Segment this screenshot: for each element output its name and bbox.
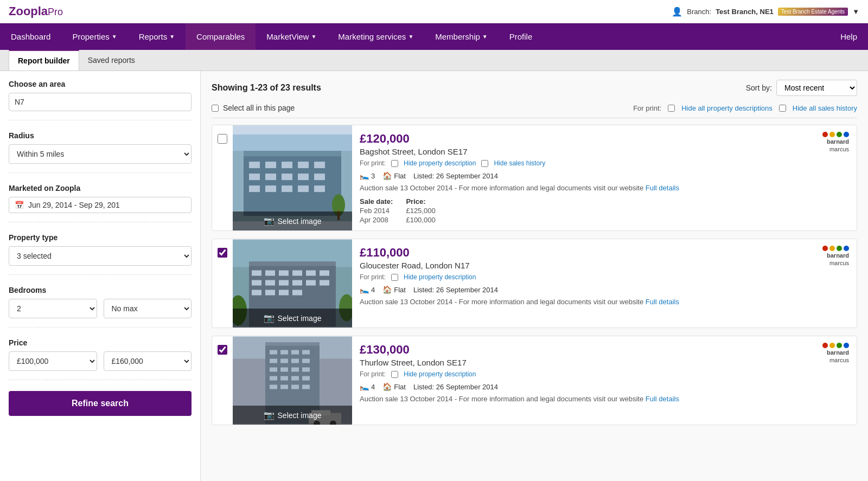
svg-rect-36	[320, 280, 329, 286]
property-2-hide-desc-checkbox[interactable]	[391, 274, 398, 281]
tab-saved-reports[interactable]: Saved reports	[79, 50, 144, 70]
property-3-price: £130,000	[360, 343, 784, 357]
svg-rect-5	[282, 162, 292, 168]
nav-properties[interactable]: Properties ▼	[61, 23, 127, 50]
area-input[interactable]	[9, 93, 192, 111]
bedrooms-min-select[interactable]: Studio 1 2 3 4 5+	[9, 299, 97, 318]
card-1-image-col[interactable]: 📷 Select image	[233, 125, 352, 230]
card-2-image-col[interactable]: 📷 Select image	[233, 239, 352, 328]
nav-membership[interactable]: Membership ▼	[424, 23, 498, 50]
nav-marketing[interactable]: Marketing services ▼	[327, 23, 424, 50]
camera-icon-3: 📷	[264, 410, 275, 420]
dot-red	[822, 132, 828, 137]
property-type-select[interactable]: 3 selected	[9, 246, 192, 266]
svg-rect-16	[298, 185, 309, 192]
radius-select[interactable]: Within 0.25 miles Within 0.5 miles Withi…	[9, 144, 192, 164]
nav-comparables-label: Comparables	[196, 32, 245, 41]
property-1-sale-price-1: £125,000	[406, 207, 435, 215]
camera-icon-2: 📷	[264, 313, 275, 323]
results-count: Showing 1-23 of 23 results	[212, 83, 321, 93]
tab-saved-reports-label: Saved reports	[88, 56, 135, 65]
nav-help[interactable]: Help	[829, 23, 868, 50]
property-1-checkbox[interactable]	[218, 134, 227, 144]
property-1-hide-sales-checkbox[interactable]	[481, 160, 488, 167]
svg-rect-15	[282, 185, 292, 192]
property-3-checkbox[interactable]	[218, 345, 227, 355]
property-2-price: £110,000	[360, 246, 784, 260]
svg-rect-52	[280, 359, 288, 363]
hide-all-sales-checkbox[interactable]	[779, 105, 786, 112]
property-3-type-text: Flat	[394, 383, 406, 391]
for-print-label: For print:	[633, 104, 661, 112]
card-1-checkbox-col	[212, 125, 233, 230]
property-3-bed-count: 4	[371, 383, 375, 391]
svg-rect-40	[292, 290, 302, 296]
svg-rect-8	[249, 174, 260, 180]
nav-properties-caret: ▼	[112, 34, 117, 40]
property-1-hide-desc-checkbox[interactable]	[391, 160, 398, 167]
select-all-checkbox[interactable]	[212, 105, 219, 112]
agent-logo-1: barnard marcus	[822, 132, 849, 152]
nav-profile[interactable]: Profile	[499, 23, 544, 50]
branch-info: 👤 Branch: Test Branch, NE1 Test Branch E…	[672, 7, 859, 17]
property-2-full-details-link[interactable]: Full details	[646, 298, 679, 306]
select-image-2-overlay[interactable]: 📷 Select image	[233, 309, 352, 328]
price-min-select[interactable]: No min £50,000 £75,000 £100,000 £125,000…	[9, 351, 97, 371]
property-3-hide-desc-link[interactable]: Hide property description	[404, 370, 476, 378]
branch-label: Branch:	[687, 8, 711, 16]
svg-rect-65	[291, 385, 299, 389]
property-3-hide-desc-checkbox[interactable]	[391, 371, 398, 378]
svg-rect-26	[265, 271, 275, 276]
property-2-checkbox[interactable]	[218, 248, 227, 258]
property-card-2: 📷 Select image £110,000 Gloucester Road,…	[212, 239, 857, 328]
select-image-3-overlay[interactable]: 📷 Select image	[233, 406, 352, 425]
logo-pro: Pro	[48, 7, 63, 17]
property-1-hide-sales-link[interactable]: Hide sales history	[494, 159, 545, 167]
hide-all-descriptions-link[interactable]: Hide all property descriptions	[681, 104, 773, 112]
tab-report-builder[interactable]: Report builder	[9, 50, 79, 70]
property-1-bedrooms: 🛌 3	[360, 171, 375, 180]
nav-reports[interactable]: Reports ▼	[128, 23, 186, 50]
svg-rect-2	[244, 151, 341, 156]
logo-zoopla: Zoopla	[9, 4, 48, 18]
nav-marketview[interactable]: MarketView ▼	[256, 23, 327, 50]
svg-rect-17	[314, 185, 325, 192]
sort-select[interactable]: Most recent Price: high to low Price: lo…	[776, 80, 857, 96]
branch-name: Test Branch, NE1	[716, 8, 774, 16]
dot-yellow-3	[829, 343, 835, 348]
date-field[interactable]: 📅 Jun 29, 2014 - Sep 29, 201	[9, 197, 192, 213]
card-3-image-col[interactable]: 📷 Select image	[233, 336, 352, 425]
property-1-full-details-link[interactable]: Full details	[646, 184, 679, 192]
hide-all-descriptions-checkbox[interactable]	[668, 105, 675, 112]
dropdown-arrow-icon[interactable]: ▼	[852, 8, 859, 16]
nav-comparables[interactable]: Comparables	[186, 23, 256, 50]
property-3-listed-text: Listed: 26 September 2014	[413, 383, 498, 391]
bedrooms-max-select[interactable]: No max 1 2 3 4 5+	[104, 299, 192, 318]
svg-rect-1	[244, 151, 341, 216]
property-1-hide-desc-link[interactable]: Hide property description	[404, 159, 476, 167]
svg-rect-53	[291, 359, 299, 363]
bedrooms-label: Bedrooms	[9, 286, 192, 294]
property-3-address: Thurlow Street, London SE17	[360, 358, 784, 367]
nav-dashboard[interactable]: Dashboard	[0, 23, 61, 50]
svg-rect-62	[302, 376, 310, 381]
hide-all-sales-link[interactable]: Hide all sales history	[793, 104, 857, 112]
refine-search-button[interactable]: Refine search	[9, 391, 192, 416]
svg-rect-63	[270, 385, 277, 389]
svg-rect-3	[249, 162, 260, 168]
property-3-description: Auction sale 13 October 2014 - For more …	[360, 394, 784, 404]
select-image-1-overlay[interactable]: 📷 Select image	[233, 211, 352, 230]
card-1-agent: barnard marcus	[792, 125, 857, 230]
property-1-for-print: For print:	[360, 159, 386, 167]
dot-yellow	[829, 132, 835, 137]
agent-logo-3: barnard marcus	[822, 343, 849, 363]
svg-rect-28	[292, 271, 302, 276]
dot-blue	[844, 132, 849, 137]
property-3-full-details-link[interactable]: Full details	[646, 395, 679, 403]
price-section: Price No min £50,000 £75,000 £100,000 £1…	[9, 338, 192, 380]
svg-rect-57	[291, 368, 299, 372]
logo: ZooplaPro	[9, 4, 63, 18]
bed-icon-3: 🛌	[360, 382, 369, 391]
property-2-hide-desc-link[interactable]: Hide property description	[404, 273, 476, 281]
price-max-select[interactable]: No max £100,000 £125,000 £150,000 £160,0…	[104, 351, 192, 371]
